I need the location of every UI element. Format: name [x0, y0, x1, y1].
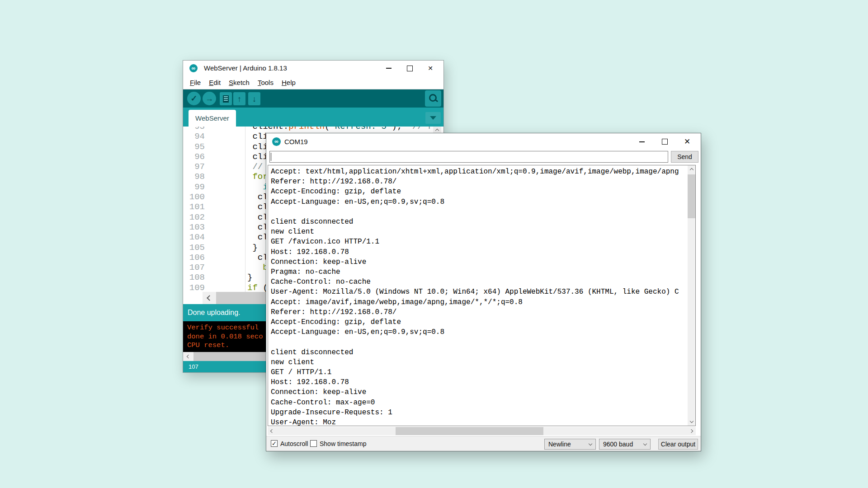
- close-icon: ✕: [684, 138, 690, 145]
- serial-output-line: Upgrade-Insecure-Requests: 1: [271, 408, 686, 418]
- serial-window-title: COM19: [284, 133, 308, 150]
- new-sketch-button[interactable]: [220, 92, 232, 105]
- open-sketch-button[interactable]: ↑: [233, 92, 245, 105]
- autoscroll-label: Autoscroll: [280, 440, 308, 447]
- text-caret: [271, 153, 271, 161]
- clear-output-button[interactable]: Clear output: [658, 439, 698, 450]
- line-number: 96: [187, 152, 205, 162]
- minimize-button[interactable]: [631, 133, 653, 150]
- tab-menu-button[interactable]: [425, 112, 441, 124]
- maximize-button[interactable]: [399, 61, 420, 76]
- output-horizontal-scrollbar[interactable]: [268, 427, 696, 435]
- baud-rate-select[interactable]: 9600 baud: [599, 439, 651, 450]
- close-button[interactable]: ✕: [676, 133, 698, 150]
- serial-output-line: [271, 337, 686, 347]
- baud-rate-value: 9600 baud: [603, 441, 633, 448]
- output-hscrollbar-thumb[interactable]: [396, 427, 543, 435]
- scroll-left-button[interactable]: [268, 427, 275, 435]
- code-token: "Refresh: 5": [330, 127, 392, 131]
- serial-output-line: Pragma: no-cache: [271, 267, 686, 277]
- menu-tools[interactable]: Tools: [254, 76, 278, 89]
- console-scroll-left-button[interactable]: [183, 352, 193, 361]
- serial-output-line: new client: [271, 227, 686, 237]
- tabbar: WebServer: [183, 108, 443, 127]
- tab-websketch[interactable]: WebServer: [189, 110, 236, 127]
- serial-output-line: GET / HTTP/1.1: [271, 367, 686, 377]
- arduino-titlebar[interactable]: ∞ WebServer | Arduino 1.8.13 ✕: [183, 61, 443, 76]
- arduino-logo-icon: ∞: [272, 137, 281, 146]
- serial-output-text: Accept: text/html,application/xhtml+xml,…: [271, 167, 686, 426]
- menu-file[interactable]: File: [186, 76, 205, 89]
- scroll-right-button[interactable]: [688, 427, 696, 435]
- magnifier-handle: [434, 99, 438, 102]
- clear-output-label: Clear output: [661, 441, 695, 448]
- line-number: 95: [187, 142, 205, 152]
- line-number: 101: [187, 202, 205, 212]
- serial-output-line: client disconnected: [271, 217, 686, 227]
- desktop: ∞ WebServer | Arduino 1.8.13 ✕ FileEditS…: [0, 0, 868, 488]
- down-arrow-icon: ↓: [252, 95, 256, 103]
- serial-send-input[interactable]: [269, 151, 668, 163]
- show-timestamp-checkbox[interactable]: [310, 440, 317, 447]
- checkmark-icon: ✓: [272, 440, 277, 447]
- maximize-icon: [662, 139, 668, 145]
- scroll-left-button[interactable]: [203, 292, 215, 304]
- output-scrollbar-thumb[interactable]: [688, 174, 695, 218]
- line-number: 93: [187, 127, 205, 131]
- maximize-button[interactable]: [653, 133, 676, 150]
- send-button-label: Send: [677, 153, 692, 160]
- code-token: (: [325, 127, 330, 131]
- chevron-down-icon: [643, 441, 647, 445]
- chevron-down-icon: [430, 116, 436, 120]
- autoscroll-checkbox[interactable]: ✓: [271, 440, 278, 447]
- cursor-line-indicator: 107: [189, 363, 198, 370]
- serial-monitor-button[interactable]: [425, 90, 441, 107]
- tab-label: WebServer: [195, 114, 229, 122]
- line-number: 103: [187, 222, 205, 232]
- close-button[interactable]: ✕: [420, 61, 441, 76]
- line-number: 108: [187, 272, 205, 282]
- serial-output-line: Accept-Encoding: gzip, deflate: [271, 317, 686, 327]
- chevron-down-icon: [689, 419, 693, 423]
- line-number: 105: [187, 243, 205, 253]
- minimize-icon: [386, 68, 392, 69]
- serial-output-line: Host: 192.168.0.78: [271, 247, 686, 257]
- menu-edit[interactable]: Edit: [205, 76, 225, 89]
- right-arrow-icon: →: [205, 94, 213, 103]
- editor-vertical-scrollbar[interactable]: [433, 127, 441, 133]
- serial-controls-bar: ✓ Autoscroll Show timestamp Newline 9600…: [266, 436, 701, 451]
- document-icon: [223, 95, 229, 103]
- toolbar: ✓ → ↑ ↓: [183, 89, 443, 108]
- upload-button[interactable]: →: [203, 92, 216, 105]
- code-token: if: [247, 283, 263, 292]
- serial-output-line: client disconnected: [271, 347, 686, 357]
- menu-sketch[interactable]: Sketch: [225, 76, 254, 89]
- chevron-left-icon: [187, 355, 190, 358]
- code-line: client.println("Refresh: 5"); // refresh: [247, 127, 443, 131]
- line-number: 100: [187, 192, 205, 202]
- check-icon: ✓: [190, 94, 197, 103]
- line-ending-select[interactable]: Newline: [544, 439, 596, 450]
- line-number: 98: [187, 172, 205, 182]
- line-number-gutter: 9394959697989910010110210310410510610710…: [187, 127, 205, 292]
- minimize-button[interactable]: [378, 61, 399, 76]
- scroll-down-button[interactable]: [688, 418, 695, 426]
- line-number: 104: [187, 232, 205, 242]
- line-number: 99: [187, 182, 205, 192]
- arduino-window-title: WebServer | Arduino 1.8.13: [204, 61, 287, 76]
- verify-button[interactable]: ✓: [187, 92, 201, 105]
- serial-monitor-window: ∞ COM19 ✕ Send Accept: text/html,applica…: [266, 133, 701, 451]
- save-sketch-button[interactable]: ↓: [248, 92, 260, 105]
- chevron-left-icon: [270, 429, 274, 433]
- serial-titlebar[interactable]: ∞ COM19 ✕: [266, 133, 701, 150]
- menu-help[interactable]: Help: [278, 76, 300, 89]
- serial-output-line: new client: [271, 357, 686, 367]
- chevron-up-icon: [689, 168, 693, 172]
- send-button[interactable]: Send: [671, 151, 698, 163]
- output-vertical-scrollbar[interactable]: [688, 165, 695, 426]
- chevron-right-icon: [689, 429, 693, 433]
- minimize-icon: [639, 141, 645, 142]
- scroll-up-button[interactable]: [688, 165, 695, 173]
- chevron-down-icon: [589, 441, 592, 445]
- serial-output-line: User-Agent: Mozilla/5.0 (Windows NT 10.0…: [271, 287, 686, 297]
